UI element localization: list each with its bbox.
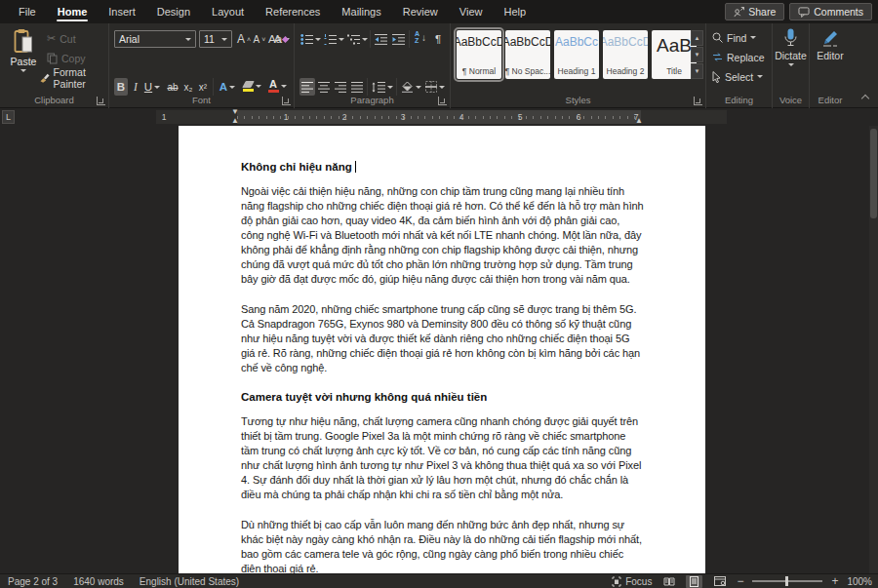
doc-paragraph[interactable]: Tương tự như hiệu năng, chất lượng camer… [241, 414, 645, 502]
doc-paragraph[interactable]: Sang năm 2020, những chiếc smartphone tr… [241, 302, 645, 375]
doc-paragraph[interactable]: Dù những thiết bị cao cấp vẫn luôn mang … [241, 518, 645, 573]
format-painter-button[interactable]: Format Painter [39, 69, 108, 86]
editor-button[interactable]: Editor [810, 28, 851, 61]
horizontal-ruler[interactable]: 1 1 2 3 4 5 6 7 ▼ ▲ ▲ [156, 110, 727, 124]
font-color-button[interactable]: A [265, 77, 289, 95]
bullets-button[interactable] [299, 30, 321, 48]
align-right-button[interactable] [333, 78, 348, 96]
vertical-scrollbar[interactable] [869, 126, 878, 573]
paste-button[interactable]: Paste [6, 28, 41, 93]
doc-heading-1[interactable]: Không chỉ hiệu năng [241, 161, 645, 173]
shrink-font-button[interactable]: A˅ [252, 30, 267, 48]
style-no-spacing[interactable]: AaBbCcD ¶ No Spac... [505, 30, 550, 79]
zoom-slider-thumb[interactable] [785, 576, 788, 586]
paragraph-group: AZ ↓ ¶ [295, 23, 451, 108]
scrollbar-thumb[interactable] [870, 129, 877, 218]
right-indent-marker[interactable]: ▲ [635, 117, 643, 124]
tab-file[interactable]: File [8, 0, 47, 23]
bold-button[interactable]: B [114, 78, 128, 96]
bullet-list-icon [300, 34, 313, 45]
copy-button[interactable]: Copy [47, 50, 86, 66]
show-formatting-button[interactable]: ¶ [431, 30, 445, 48]
language-indicator[interactable]: English (United States) [140, 576, 239, 587]
font-dialog-launcher[interactable] [282, 97, 291, 105]
tab-home[interactable]: Home [47, 0, 99, 23]
find-button[interactable]: Find [712, 29, 756, 46]
doc-paragraph[interactable]: Ngoài việc cải thiện hiệu năng, những co… [241, 184, 645, 287]
select-button[interactable]: Select [712, 68, 763, 85]
justify-button[interactable] [349, 78, 365, 96]
ruler-number: 4 [459, 112, 464, 122]
tab-design[interactable]: Design [146, 0, 201, 23]
decrease-indent-button[interactable] [373, 30, 389, 48]
italic-button[interactable]: I [130, 78, 141, 96]
highlighter-icon [243, 81, 254, 92]
clipboard-dialog-launcher[interactable] [97, 97, 105, 105]
word-count[interactable]: 1640 words [73, 576, 124, 587]
style-heading-1[interactable]: AaBbCc Heading 1 [554, 30, 599, 79]
align-center-button[interactable] [316, 78, 332, 96]
align-left-button[interactable] [299, 78, 315, 96]
paragraph-dialog-launcher[interactable] [438, 97, 447, 105]
editor-group-label: Editor [810, 95, 851, 105]
paste-dropdown-icon[interactable] [20, 69, 26, 72]
zoom-in-button[interactable]: + [831, 574, 838, 588]
sort-button[interactable]: AZ ↓ [412, 28, 429, 46]
zoom-level[interactable]: 100% [847, 576, 872, 587]
font-group: Arial 11 A˄ A˅ Aa A B I U ab x₂ x² [109, 23, 295, 108]
hanging-indent-marker[interactable]: ▲ [231, 117, 239, 124]
clear-formatting-button[interactable]: A [272, 30, 290, 48]
page-indicator[interactable]: Page 2 of 3 [8, 576, 58, 587]
underline-button[interactable]: U [142, 78, 162, 96]
comments-button[interactable]: Comments [789, 3, 872, 20]
read-mode-button[interactable] [660, 575, 677, 588]
style-normal[interactable]: AaBbCcD ¶ Normal [457, 30, 501, 79]
document-page[interactable]: Không chỉ hiệu năng Ngoài việc cải thiện… [179, 126, 705, 573]
clipboard-group: Paste ✂ Cut Copy Format Painter Clipboar… [0, 23, 109, 108]
replace-button[interactable]: Replace [712, 49, 765, 65]
first-line-indent-marker[interactable]: ▼ [231, 108, 239, 115]
share-button[interactable]: Share [725, 3, 784, 20]
tab-stop-selector[interactable]: L [2, 110, 15, 124]
doc-heading-2[interactable]: Camera tuyệt vời nhưng không quá nhiều t… [241, 391, 645, 403]
tab-layout[interactable]: Layout [201, 0, 255, 23]
print-layout-button[interactable] [686, 575, 702, 588]
shading-button[interactable] [399, 78, 422, 96]
tab-references[interactable]: References [255, 0, 331, 23]
line-spacing-button[interactable] [371, 78, 394, 96]
text-effects-button[interactable]: A [217, 78, 238, 96]
zoom-out-button[interactable]: − [737, 574, 743, 588]
font-size-select[interactable]: 11 [199, 30, 232, 48]
superscript-button[interactable]: x² [196, 78, 210, 96]
focus-mode-button[interactable]: Focus [612, 576, 652, 587]
borders-button[interactable] [423, 78, 447, 96]
tab-view[interactable]: View [449, 0, 494, 23]
styles-dialog-launcher[interactable] [694, 97, 702, 105]
styles-more-icon[interactable]: ▼ [691, 63, 703, 79]
collapse-ribbon-button[interactable] [862, 94, 870, 101]
numbering-button[interactable] [323, 30, 344, 48]
increase-indent-button[interactable] [390, 30, 407, 48]
grow-font-button[interactable]: A˄ [236, 30, 252, 48]
styles-scroll-down-icon[interactable]: ▼ [691, 47, 703, 62]
multilevel-list-icon [347, 34, 360, 45]
font-family-select[interactable]: Arial [114, 30, 196, 48]
styles-gallery-scroll: ▲ ▼ ▼ [691, 30, 703, 79]
text-highlight-button[interactable] [240, 77, 263, 95]
style-heading-2[interactable]: AaBbCcD Heading 2 [603, 30, 648, 79]
tab-insert[interactable]: Insert [98, 0, 146, 23]
cut-button[interactable]: ✂ Cut [47, 30, 76, 47]
strikethrough-button[interactable]: ab [165, 78, 180, 96]
zoom-slider[interactable] [752, 580, 822, 582]
ruler-number: 6 [577, 112, 581, 122]
web-layout-button[interactable] [711, 575, 728, 588]
dictate-button[interactable]: Dictate [773, 28, 809, 66]
increase-indent-icon [392, 34, 405, 45]
tab-help[interactable]: Help [493, 0, 537, 23]
styles-scroll-up-icon[interactable]: ▲ [691, 30, 703, 46]
tab-mailings[interactable]: Mailings [331, 0, 391, 23]
tab-review[interactable]: Review [392, 0, 449, 23]
subscript-button[interactable]: x₂ [181, 78, 195, 96]
multilevel-list-button[interactable] [346, 30, 368, 48]
editing-group: Find Replace Select Editing [706, 23, 773, 108]
